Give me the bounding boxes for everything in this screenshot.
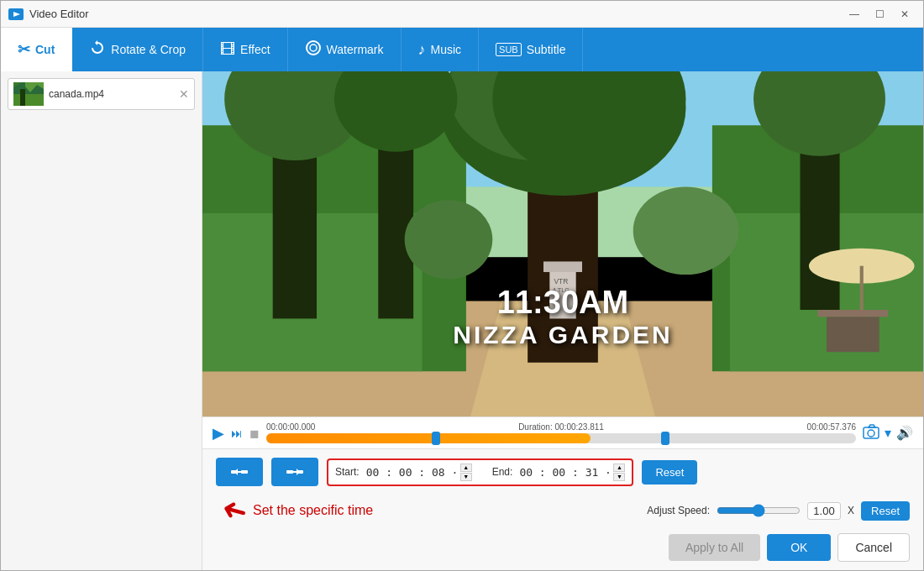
cut-icon: ✂ — [18, 40, 30, 59]
svg-rect-32 — [817, 310, 888, 317]
video-area: VTR 4 TLG 11:30AM NIZZA GARDEN — [202, 71, 923, 416]
minimize-button[interactable]: — — [843, 4, 866, 24]
speed-controls: Adjust Speed: 1.00 X Reset — [647, 501, 910, 521]
end-label: End: — [492, 466, 513, 478]
svg-rect-42 — [241, 470, 248, 474]
time-duration: Duration: 00:00:23.811 — [518, 422, 604, 432]
timeline-handle-left[interactable] — [432, 432, 440, 445]
tab-subtitle-label: Subtitle — [527, 43, 566, 56]
speed-annotation-row: ➜ Set the specific time Adjust Speed: 1.… — [216, 493, 910, 528]
svg-point-29 — [405, 200, 493, 279]
video-bg-svg: VTR 4 TLG — [202, 71, 923, 416]
controls-bar: ▶ ⏭ ◼ 00:00:00.000 Duration: 00:00:23.81… — [202, 416, 923, 448]
tab-rotate[interactable]: Rotate & Crop — [72, 28, 203, 71]
speed-x-label: X — [848, 505, 854, 516]
cut-end-button[interactable] — [271, 458, 318, 486]
time-end: 00:00:57.376 — [807, 422, 856, 432]
annotation-arrow-icon: ➜ — [218, 490, 252, 531]
time-inputs-box: Start: ▲ ▼ End: — [327, 458, 633, 486]
video-time-overlay: 11:30AM — [453, 285, 673, 321]
tab-rotate-label: Rotate & Crop — [111, 43, 186, 56]
start-label: Start: — [335, 466, 360, 478]
speed-reset-button[interactable]: Reset — [861, 501, 910, 521]
start-down-button[interactable]: ▼ — [460, 473, 472, 481]
svg-point-28 — [633, 186, 739, 275]
svg-rect-7 — [20, 89, 25, 106]
volume-button[interactable]: 🔊 — [896, 425, 913, 441]
speed-value: 1.00 — [807, 502, 841, 520]
clip-name: canada.mp4 — [49, 88, 174, 100]
ok-button[interactable]: OK — [767, 534, 831, 561]
sidebar: canada.mp4 ✕ — [1, 71, 202, 570]
end-up-button[interactable]: ▲ — [613, 464, 625, 472]
timeline-handle-right[interactable] — [661, 432, 669, 445]
video-location-overlay: NIZZA GARDEN — [453, 321, 673, 349]
cut-start-button[interactable] — [216, 458, 263, 486]
svg-point-39 — [868, 430, 874, 437]
svg-rect-33 — [827, 317, 879, 352]
apply-to-all-button[interactable]: Apply to All — [669, 534, 760, 561]
end-spinner: ▲ ▼ — [613, 464, 625, 481]
window-title: Video Editor — [29, 8, 843, 20]
timeline-filled — [266, 433, 591, 443]
tab-music-label: Music — [431, 43, 462, 56]
time-labels: 00:00:00.000 Duration: 00:00:23.811 00:0… — [266, 422, 856, 432]
cancel-button[interactable]: Cancel — [837, 533, 910, 562]
timeline-track[interactable] — [266, 433, 856, 443]
annotation-text: Set the specific time — [253, 503, 373, 518]
effect-icon: 🎞 — [220, 41, 235, 59]
maximize-button[interactable]: ☐ — [868, 4, 891, 24]
clip-thumbnail — [13, 82, 44, 106]
cut-controls: Start: ▲ ▼ End: — [216, 458, 910, 486]
tab-cut[interactable]: ✂ Cut — [1, 28, 72, 71]
tab-cut-label: Cut — [35, 43, 55, 56]
dropdown-button[interactable]: ▾ — [885, 425, 891, 441]
tab-watermark-label: Watermark — [327, 43, 384, 56]
music-icon: ♪ — [418, 41, 426, 59]
timeline: 00:00:00.000 Duration: 00:00:23.811 00:0… — [266, 422, 856, 443]
end-down-button[interactable]: ▼ — [613, 473, 625, 481]
window-controls: — ☐ ✕ — [843, 4, 916, 24]
main-content: canada.mp4 ✕ — [1, 71, 923, 570]
svg-marker-2 — [95, 40, 97, 45]
start-time-group: ▲ ▼ — [366, 464, 472, 481]
end-time-input[interactable] — [519, 466, 612, 479]
tab-effect[interactable]: 🎞 Effect — [203, 28, 288, 71]
svg-marker-48 — [297, 469, 300, 475]
sidebar-clip-item[interactable]: canada.mp4 ✕ — [8, 78, 195, 110]
tab-effect-label: Effect — [240, 43, 270, 56]
titlebar: Video Editor — ☐ ✕ — [1, 1, 923, 28]
video-editor-window: Video Editor — ☐ ✕ ✂ Cut Rotate & Crop 🎞… — [0, 0, 924, 571]
end-time-group: ▲ ▼ — [519, 464, 625, 481]
video-frame: VTR 4 TLG 11:30AM NIZZA GARDEN — [202, 71, 923, 416]
svg-rect-35 — [543, 261, 582, 272]
tab-music[interactable]: ♪ Music — [402, 28, 480, 71]
tab-bar: ✂ Cut Rotate & Crop 🎞 Effect Wa — [1, 28, 923, 71]
tab-subtitle[interactable]: SUB Subtitle — [479, 28, 583, 71]
app-icon — [8, 6, 24, 23]
speed-slider[interactable] — [717, 504, 801, 517]
svg-rect-6 — [13, 94, 44, 106]
annotation-container: ➜ Set the specific time — [223, 493, 373, 528]
tab-watermark[interactable]: Watermark — [288, 28, 402, 71]
svg-marker-40 — [869, 425, 875, 427]
rotate-icon — [89, 39, 106, 60]
camera-button[interactable] — [863, 424, 879, 443]
svg-rect-45 — [286, 470, 293, 474]
svg-marker-44 — [234, 469, 238, 475]
start-spinner: ▲ ▼ — [460, 464, 472, 481]
skip-button[interactable]: ⏭ — [231, 427, 243, 440]
stop-button[interactable]: ◼ — [249, 427, 260, 440]
svg-point-4 — [310, 45, 317, 51]
cut-reset-button[interactable]: Reset — [642, 460, 697, 485]
start-up-button[interactable]: ▲ — [460, 464, 472, 472]
watermark-icon — [305, 39, 322, 60]
bottom-controls: Start: ▲ ▼ End: — [202, 448, 923, 570]
play-button[interactable]: ▶ — [213, 424, 224, 443]
close-button[interactable]: ✕ — [893, 4, 916, 24]
start-time-input[interactable] — [366, 466, 459, 479]
bottom-actions: Apply to All OK Cancel — [216, 533, 910, 562]
svg-point-3 — [307, 41, 320, 55]
close-clip-icon[interactable]: ✕ — [179, 87, 189, 101]
controls-right: ▾ 🔊 — [863, 424, 913, 443]
